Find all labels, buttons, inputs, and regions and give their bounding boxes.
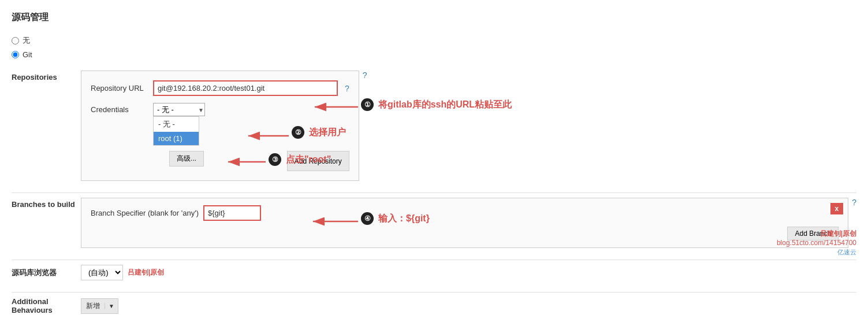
branch-specifier-label: Branch Specifier (blank for 'any'): [91, 209, 199, 217]
branches-box: x Branch Specifier (blank for 'any') ${g…: [81, 198, 848, 248]
dropdown-item-none2[interactable]: - 无 -: [154, 117, 199, 132]
watermark-line1: 吕建钊|原创: [777, 229, 856, 239]
branch-specifier-input[interactable]: ${git}: [203, 205, 261, 221]
credentials-label: Credentials: [91, 105, 148, 114]
radio-git-group: Git: [12, 50, 856, 59]
source-browser-watermark: 吕建钊|原创: [128, 268, 164, 277]
add-behaviours-button[interactable]: 新增 ▼: [81, 298, 118, 314]
page-title: 源码管理: [12, 12, 856, 26]
radio-none-label: 无: [23, 35, 30, 46]
watermark-line2: blog.51cto.com/14154700: [777, 239, 856, 247]
radio-git[interactable]: [12, 51, 19, 58]
repo-actions: 高级... Add Repository: [91, 151, 349, 171]
branches-help-icon[interactable]: ?: [852, 198, 856, 207]
radio-git-label: Git: [23, 50, 32, 59]
add-btn-arrow-icon: ▼: [105, 303, 118, 309]
branches-section: Branches to build x Branch Specifier (bl…: [12, 193, 856, 253]
source-browser-select[interactable]: (自动): [81, 265, 123, 280]
repo-url-label: Repository URL: [91, 84, 148, 92]
repositories-help-icon[interactable]: ?: [363, 71, 367, 80]
watermark-icon-text: 亿速云: [777, 248, 856, 257]
repositories-section: Repositories Repository URL git@192.168.…: [12, 64, 856, 186]
branch-actions: Add Branch: [91, 227, 839, 240]
repositories-label: Repositories: [12, 71, 81, 82]
additional-behaviours-row: Additional Behaviours 新增 ▼: [12, 292, 856, 319]
dropdown-item-root[interactable]: root (1): [154, 132, 199, 145]
branch-specifier-row: Branch Specifier (blank for 'any') ${git…: [91, 205, 839, 221]
watermark-area: 吕建钊|原创 blog.51cto.com/14154700 亿速云: [777, 229, 856, 257]
remove-branch-button[interactable]: x: [830, 203, 844, 214]
credentials-row: Credentials - 无 - ▼ - 无 - root (1): [91, 103, 349, 116]
credentials-select[interactable]: - 无 -: [153, 103, 205, 116]
source-browser-label: 源码库浏览器: [12, 268, 81, 278]
credentials-select-wrapper: - 无 - ▼ - 无 - root (1): [153, 103, 205, 116]
advanced-button[interactable]: 高级...: [169, 151, 204, 166]
repositories-box: Repository URL git@192.168.20.2:root/tes…: [81, 71, 359, 181]
credentials-dropdown: - 无 - root (1): [153, 116, 199, 146]
add-repository-button[interactable]: Add Repository: [287, 151, 349, 171]
repo-url-help-icon[interactable]: ?: [345, 84, 349, 93]
add-btn-text: 新增: [81, 301, 105, 311]
repo-url-input[interactable]: git@192.168.20.2:root/test01.git: [153, 80, 338, 96]
source-browser-row: 源码库浏览器 (自动) 吕建钊|原创 吕建钊|原创 blog.51cto.com…: [12, 260, 856, 285]
branches-label: Branches to build: [12, 198, 81, 209]
repo-url-row: Repository URL git@192.168.20.2:root/tes…: [91, 80, 349, 96]
radio-none[interactable]: [12, 37, 19, 45]
additional-behaviours-label: Additional Behaviours: [12, 297, 81, 314]
radio-none-group: 无: [12, 35, 856, 46]
